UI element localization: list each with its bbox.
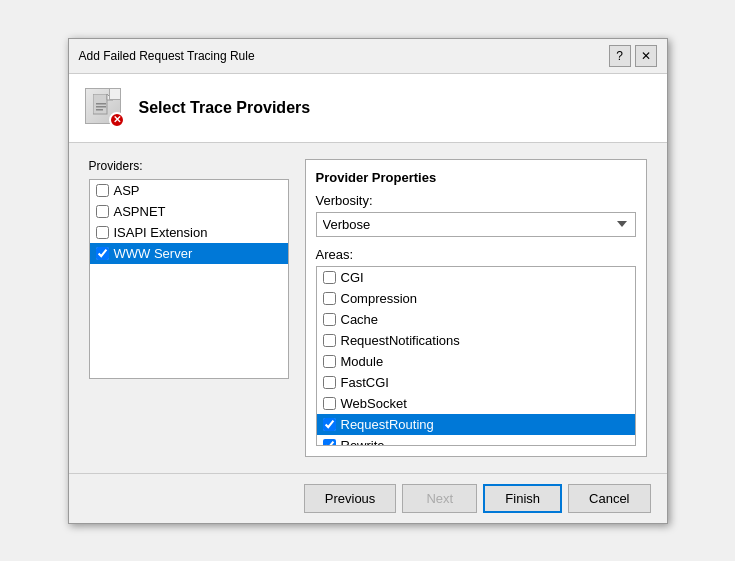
provider-www-checkbox[interactable] — [96, 247, 109, 260]
svg-rect-4 — [96, 109, 103, 111]
area-module-checkbox[interactable] — [323, 355, 336, 368]
footer: Previous Next Finish Cancel — [69, 473, 667, 523]
dialog-title: Add Failed Request Tracing Rule — [79, 49, 255, 63]
provider-www[interactable]: WWW Server — [90, 243, 288, 264]
area-compression[interactable]: Compression — [317, 288, 635, 309]
area-cgi-checkbox[interactable] — [323, 271, 336, 284]
properties-title: Provider Properties — [316, 170, 636, 185]
finish-button[interactable]: Finish — [483, 484, 562, 513]
file-svg — [93, 94, 113, 118]
provider-www-label: WWW Server — [114, 246, 193, 261]
areas-label: Areas: — [316, 247, 636, 262]
providers-panel: Providers: ASP ASPNET ISAPI Extension — [89, 159, 289, 457]
area-requestrouting-checkbox[interactable] — [323, 418, 336, 431]
properties-panel: Provider Properties Verbosity: Verbose W… — [305, 159, 647, 457]
provider-isapi-checkbox[interactable] — [96, 226, 109, 239]
provider-aspnet[interactable]: ASPNET — [90, 201, 288, 222]
area-websocket-label: WebSocket — [341, 396, 407, 411]
svg-marker-1 — [107, 94, 113, 100]
providers-label: Providers: — [89, 159, 289, 173]
area-rewrite-checkbox[interactable] — [323, 439, 336, 446]
provider-asp-checkbox[interactable] — [96, 184, 109, 197]
svg-rect-2 — [96, 103, 106, 105]
area-module[interactable]: Module — [317, 351, 635, 372]
close-button[interactable]: ✕ — [635, 45, 657, 67]
svg-rect-3 — [96, 106, 106, 108]
area-compression-label: Compression — [341, 291, 418, 306]
content: Providers: ASP ASPNET ISAPI Extension — [69, 143, 667, 473]
cancel-button[interactable]: Cancel — [568, 484, 650, 513]
help-button[interactable]: ? — [609, 45, 631, 67]
title-bar-buttons: ? ✕ — [609, 45, 657, 67]
area-websocket-checkbox[interactable] — [323, 397, 336, 410]
provider-isapi[interactable]: ISAPI Extension — [90, 222, 288, 243]
header-icon: ✕ — [85, 88, 125, 128]
two-col-layout: Providers: ASP ASPNET ISAPI Extension — [89, 159, 647, 457]
area-cache-checkbox[interactable] — [323, 313, 336, 326]
area-fastcgi[interactable]: FastCGI — [317, 372, 635, 393]
area-fastcgi-label: FastCGI — [341, 375, 389, 390]
area-cache-label: Cache — [341, 312, 379, 327]
areas-list[interactable]: CGI Compression Cache RequestNotificatio… — [316, 266, 636, 446]
area-rewrite-label: Rewrite — [341, 438, 385, 446]
title-bar: Add Failed Request Tracing Rule ? ✕ — [69, 39, 667, 74]
area-requestrouting[interactable]: RequestRouting — [317, 414, 635, 435]
area-requestrouting-label: RequestRouting — [341, 417, 434, 432]
area-rewrite[interactable]: Rewrite — [317, 435, 635, 446]
verbosity-label: Verbosity: — [316, 193, 636, 208]
error-badge: ✕ — [109, 112, 125, 128]
area-cgi-label: CGI — [341, 270, 364, 285]
previous-button[interactable]: Previous — [304, 484, 397, 513]
provider-isapi-label: ISAPI Extension — [114, 225, 208, 240]
area-requestnotifications[interactable]: RequestNotifications — [317, 330, 635, 351]
area-websocket[interactable]: WebSocket — [317, 393, 635, 414]
header-title: Select Trace Providers — [139, 99, 311, 117]
header-section: ✕ Select Trace Providers — [69, 74, 667, 143]
provider-aspnet-label: ASPNET — [114, 204, 166, 219]
area-cgi[interactable]: CGI — [317, 267, 635, 288]
providers-list[interactable]: ASP ASPNET ISAPI Extension WWW Server — [89, 179, 289, 379]
provider-asp-label: ASP — [114, 183, 140, 198]
area-fastcgi-checkbox[interactable] — [323, 376, 336, 389]
provider-asp[interactable]: ASP — [90, 180, 288, 201]
area-compression-checkbox[interactable] — [323, 292, 336, 305]
area-cache[interactable]: Cache — [317, 309, 635, 330]
provider-aspnet-checkbox[interactable] — [96, 205, 109, 218]
area-requestnotifications-checkbox[interactable] — [323, 334, 336, 347]
area-requestnotifications-label: RequestNotifications — [341, 333, 460, 348]
verbosity-select[interactable]: Verbose Warning Error CriticalError — [316, 212, 636, 237]
dialog: Add Failed Request Tracing Rule ? ✕ ✕ Se… — [68, 38, 668, 524]
next-button[interactable]: Next — [402, 484, 477, 513]
area-module-label: Module — [341, 354, 384, 369]
